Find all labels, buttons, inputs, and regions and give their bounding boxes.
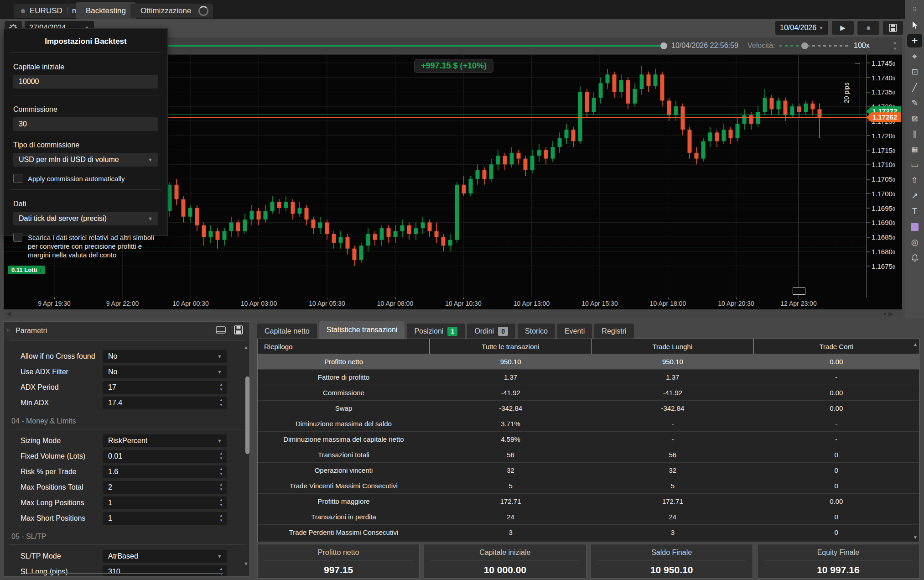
commission-type-select[interactable]: USD per mln di USD di volume ▼ (13, 153, 158, 167)
cursor-icon[interactable] (907, 18, 922, 32)
table-row[interactable]: Trade Vincenti Massimi Consecutivi550 (258, 478, 919, 494)
row-value: 0 (754, 447, 919, 462)
parameter-stepper[interactable]: 310▲▼ (103, 565, 227, 576)
stepper-arrows-icon[interactable]: ▲▼ (219, 497, 223, 507)
table-row[interactable]: Diminuzione massima del capitale netto4.… (258, 432, 919, 447)
bell-icon[interactable] (907, 251, 922, 265)
table-row[interactable]: Commissione-41.92-41.920.00 (258, 385, 919, 401)
stats-tab-registri[interactable]: Registri (594, 324, 633, 339)
stepper-arrows-icon[interactable]: ▲▼ (219, 566, 223, 576)
table-row[interactable]: Transazioni in perdita24240 (258, 509, 919, 525)
scroll-up-icon[interactable]: ▲ (913, 342, 918, 347)
color-swatch-icon[interactable] (907, 220, 922, 234)
profit-badge: +997.15 $ (+10%) (414, 59, 493, 73)
stats-tab-posizioni[interactable]: Posizioni1 (407, 324, 465, 339)
chart-horizontal-scrollbar[interactable]: ◀ ● ▶ (4, 309, 902, 319)
table-row[interactable]: Operazioni vincenti32320 (258, 463, 919, 478)
parameter-select[interactable]: No▼ (103, 366, 227, 378)
trendline-icon[interactable]: ╱ (907, 80, 922, 94)
parameter-select[interactable]: No▼ (103, 350, 227, 363)
parameter-stepper[interactable]: 17▲▼ (103, 381, 227, 394)
time-tick-label: 10 Apr 18:00 (650, 300, 686, 307)
download-history-checkbox[interactable] (13, 233, 22, 242)
price-axis[interactable]: 1.174501.174001.173501.173001.172501.172… (867, 55, 902, 298)
play-button[interactable]: ▶ (832, 21, 854, 35)
pencil-icon[interactable]: ✎ (907, 96, 922, 110)
parameter-stepper[interactable]: 1.6▲▼ (103, 465, 227, 478)
parameter-stepper[interactable]: 1▲▼ (103, 512, 227, 525)
capital-input[interactable]: 10000 (13, 75, 158, 89)
scroll-up-icon[interactable]: ▲ (244, 345, 249, 350)
projection-icon[interactable]: ↗ (907, 189, 922, 203)
scroll-right-icon[interactable]: ● ▶ (883, 310, 893, 317)
top-tab-bar: EURUSD m15 Backtesting Ottimizzazione (0, 0, 905, 19)
parameters-scrollbar-thumb[interactable] (245, 376, 249, 454)
stepper-arrows-icon[interactable]: ▲▼ (219, 382, 223, 392)
stats-tab-capitale-netto[interactable]: Capitale netto (257, 324, 317, 339)
table-row[interactable]: Trade Perdenti Massimi Consecutivi330 (258, 525, 919, 540)
divider (10, 189, 161, 190)
arrow-icon[interactable]: ⇧ (907, 173, 922, 187)
table-row[interactable]: Swap-342.84-342.840.00 (258, 401, 919, 416)
stepper-arrows-icon[interactable]: ▲▼ (219, 397, 223, 408)
save-button[interactable] (883, 21, 903, 35)
magnet-icon[interactable]: ⊡ (907, 65, 922, 78)
table-row[interactable]: Profitto maggiore172.71172.710.00 (258, 494, 919, 509)
row-value: 56 (592, 447, 753, 462)
end-date-select[interactable]: 10/04/2026 ▼ (775, 21, 828, 35)
speed-knob[interactable] (801, 42, 808, 49)
stats-tab-statistiche-transazioni[interactable]: Statistiche transazioni (319, 321, 405, 339)
scroll-down-icon[interactable]: ▼ (913, 535, 918, 540)
time-axis[interactable]: 9 Apr 19:309 Apr 22:0010 Apr 00:3010 Apr… (4, 298, 902, 309)
table-row[interactable]: Diminuzione massima del saldo3.71%-- (258, 416, 919, 432)
speed-slider[interactable] (779, 45, 849, 47)
row-value: 950.10 (430, 354, 592, 369)
speed-stepper[interactable]: ▲▼ (893, 39, 897, 52)
panel-icon[interactable] (216, 325, 226, 334)
stepper-arrows-icon[interactable]: ▲▼ (219, 451, 223, 461)
commission-input[interactable]: 30 (13, 117, 158, 131)
stats-tab-ordini[interactable]: Ordini0 (467, 324, 515, 339)
stats-tab-storico[interactable]: Storico (518, 324, 555, 339)
chevron-down-icon: ▼ (148, 157, 153, 162)
tab-ottimizzazione[interactable]: Ottimizzazione (130, 4, 213, 18)
price-tick-label: 1.16900 (872, 219, 895, 226)
parameter-stepper[interactable]: 1▲▼ (103, 496, 227, 509)
drag-handle-icon[interactable]: ⠿ (907, 3, 922, 16)
parameters-hscrollbar[interactable] (27, 573, 223, 574)
table-row[interactable]: Transazioni totali56560 (258, 447, 919, 463)
stop-button[interactable]: ■ (857, 21, 879, 35)
parameter-stepper[interactable]: 2▲▼ (103, 481, 227, 494)
stepper-arrows-icon[interactable]: ▲▼ (219, 482, 223, 492)
parameter-select[interactable]: RiskPercent▼ (103, 434, 227, 447)
speed-label: Velocità: (748, 42, 775, 50)
auto-commission-checkbox[interactable] (13, 174, 22, 183)
drag-handle-icon[interactable]: ⠿ (6, 330, 11, 332)
fibonacci-icon[interactable]: ▦ (907, 142, 922, 156)
tab-backtesting[interactable]: Backtesting (76, 2, 136, 19)
commission-type-value: USD per mln di USD di volume (19, 156, 119, 164)
parameter-stepper[interactable]: 17.4▲▼ (103, 397, 227, 409)
scroll-down-icon[interactable]: ▼ (244, 561, 249, 566)
tab-label: Posizioni (414, 327, 443, 335)
camera-icon[interactable]: ◎ (907, 235, 922, 249)
parameter-select[interactable]: AtrBased▼ (103, 550, 227, 563)
scroll-left-icon[interactable]: ◀ (6, 310, 11, 317)
table-row[interactable]: Fattore di profitto1.371.37- (258, 370, 919, 385)
text-icon[interactable]: T (907, 204, 922, 218)
parameter-stepper[interactable]: 0.01▲▼ (103, 450, 227, 463)
stats-tab-eventi[interactable]: Eventi (557, 324, 592, 339)
brush-icon[interactable]: ▨ (907, 111, 922, 125)
save-preset-icon[interactable] (234, 325, 243, 334)
data-source-select[interactable]: Dati tick dal server (precisi) ▼ (13, 212, 158, 225)
measure-icon[interactable]: ⌖ (907, 49, 922, 63)
crosshair-icon[interactable]: + (907, 34, 922, 47)
table-row[interactable]: Profitto netto950.10950.100.00 (258, 354, 919, 370)
channel-icon[interactable]: ∥ (907, 127, 922, 141)
session-progress-dot[interactable] (660, 42, 667, 49)
stepper-arrows-icon[interactable]: ▲▼ (219, 513, 223, 523)
time-tick-mark (736, 298, 737, 299)
rectangle-icon[interactable]: ▭ (907, 158, 922, 172)
data-label: Dati (13, 200, 158, 208)
stepper-arrows-icon[interactable]: ▲▼ (219, 466, 223, 476)
